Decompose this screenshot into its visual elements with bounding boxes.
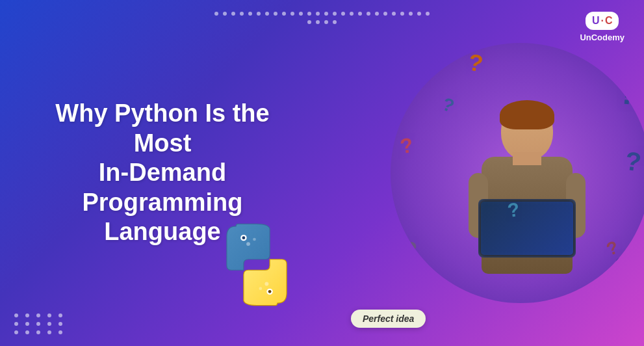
logo-name: UnCodemy: [580, 33, 625, 42]
svg-point-3: [268, 290, 272, 293]
svg-point-6: [264, 282, 268, 286]
svg-point-5: [253, 238, 256, 241]
perfect-idea-text: Perfect idea: [363, 313, 414, 324]
logo-badge: U · C: [586, 12, 619, 30]
python-logo: [214, 222, 299, 307]
main-container: U · C UnCodemy Why Python Is the Most In…: [0, 0, 644, 346]
logo-u-letter: U: [592, 15, 600, 27]
svg-point-1: [242, 236, 246, 239]
right-circle-frame: ? ? ? ? ? ? ? ? ? ?: [391, 43, 644, 303]
logo-dot-separator: ·: [600, 15, 603, 27]
svg-point-4: [246, 242, 250, 246]
logo-area: U · C UnCodemy: [580, 12, 625, 42]
svg-point-7: [259, 287, 263, 290]
decorative-dots-top: [212, 12, 433, 24]
logo-c-letter: C: [605, 15, 613, 27]
perfect-idea-badge: Perfect idea: [351, 310, 426, 328]
decorative-dots-bottom-left: [14, 313, 65, 334]
